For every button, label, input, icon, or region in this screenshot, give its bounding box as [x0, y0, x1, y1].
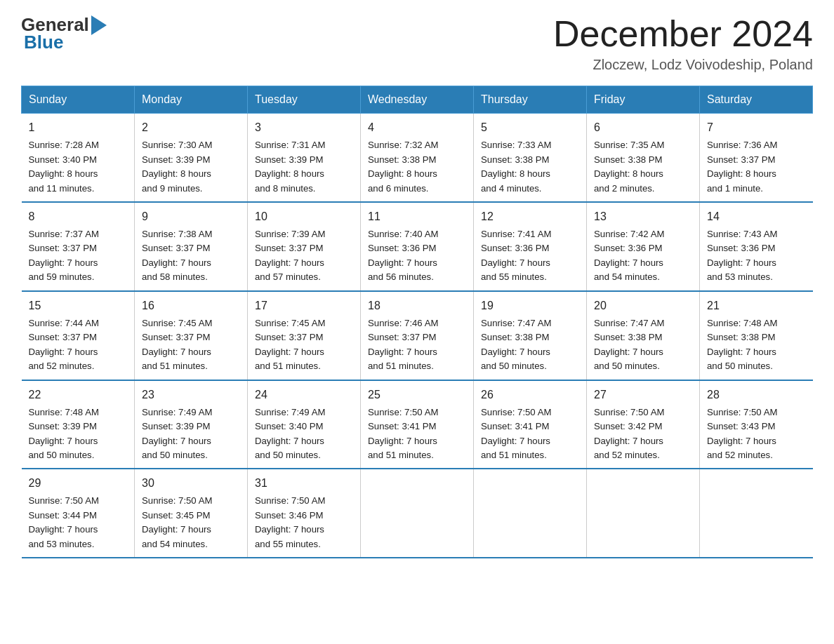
location-subtitle: Zloczew, Lodz Voivodeship, Poland: [553, 57, 813, 73]
col-tuesday: Tuesday: [248, 86, 361, 114]
day-info: Sunrise: 7:33 AM Sunset: 3:38 PM Dayligh…: [481, 138, 579, 196]
day-cell: [474, 469, 587, 558]
day-number: 28: [707, 387, 806, 403]
day-cell: 17Sunrise: 7:45 AM Sunset: 3:37 PM Dayli…: [248, 291, 361, 380]
day-cell: 25Sunrise: 7:50 AM Sunset: 3:41 PM Dayli…: [361, 380, 474, 469]
week-row-5: 29Sunrise: 7:50 AM Sunset: 3:44 PM Dayli…: [22, 469, 813, 558]
day-info: Sunrise: 7:48 AM Sunset: 3:38 PM Dayligh…: [707, 316, 806, 374]
day-cell: 26Sunrise: 7:50 AM Sunset: 3:41 PM Dayli…: [474, 380, 587, 469]
day-number: 25: [368, 387, 466, 403]
day-cell: 3Sunrise: 7:31 AM Sunset: 3:39 PM Daylig…: [248, 114, 361, 202]
day-info: Sunrise: 7:50 AM Sunset: 3:44 PM Dayligh…: [29, 494, 128, 551]
day-info: Sunrise: 7:47 AM Sunset: 3:38 PM Dayligh…: [594, 316, 692, 374]
day-cell: 28Sunrise: 7:50 AM Sunset: 3:43 PM Dayli…: [700, 380, 813, 469]
header-row: Sunday Monday Tuesday Wednesday Thursday…: [22, 86, 813, 114]
day-info: Sunrise: 7:48 AM Sunset: 3:39 PM Dayligh…: [29, 405, 128, 463]
col-saturday: Saturday: [700, 86, 813, 114]
week-row-1: 1Sunrise: 7:28 AM Sunset: 3:40 PM Daylig…: [22, 114, 813, 202]
day-number: 8: [29, 208, 128, 225]
day-cell: 10Sunrise: 7:39 AM Sunset: 3:37 PM Dayli…: [248, 202, 361, 291]
day-cell: 20Sunrise: 7:47 AM Sunset: 3:38 PM Dayli…: [587, 291, 700, 380]
day-number: 23: [142, 387, 240, 403]
day-info: Sunrise: 7:40 AM Sunset: 3:36 PM Dayligh…: [368, 227, 466, 285]
day-cell: 2Sunrise: 7:30 AM Sunset: 3:39 PM Daylig…: [135, 114, 248, 202]
day-cell: 23Sunrise: 7:49 AM Sunset: 3:39 PM Dayli…: [135, 380, 248, 469]
day-info: Sunrise: 7:36 AM Sunset: 3:37 PM Dayligh…: [707, 138, 806, 196]
day-number: 19: [481, 297, 579, 314]
day-number: 3: [255, 119, 353, 136]
day-info: Sunrise: 7:45 AM Sunset: 3:37 PM Dayligh…: [255, 316, 353, 374]
day-number: 21: [707, 297, 806, 314]
day-number: 15: [29, 297, 128, 314]
day-cell: 4Sunrise: 7:32 AM Sunset: 3:38 PM Daylig…: [361, 114, 474, 202]
day-info: Sunrise: 7:50 AM Sunset: 3:41 PM Dayligh…: [481, 405, 579, 463]
day-cell: [587, 469, 700, 558]
day-info: Sunrise: 7:37 AM Sunset: 3:37 PM Dayligh…: [29, 227, 128, 285]
day-info: Sunrise: 7:30 AM Sunset: 3:39 PM Dayligh…: [142, 138, 240, 196]
day-info: Sunrise: 7:42 AM Sunset: 3:36 PM Dayligh…: [594, 227, 692, 285]
day-number: 27: [594, 387, 692, 403]
day-cell: [700, 469, 813, 558]
week-row-4: 22Sunrise: 7:48 AM Sunset: 3:39 PM Dayli…: [22, 380, 813, 469]
day-info: Sunrise: 7:50 AM Sunset: 3:45 PM Dayligh…: [142, 494, 240, 551]
day-number: 9: [142, 208, 240, 225]
day-cell: 22Sunrise: 7:48 AM Sunset: 3:39 PM Dayli…: [22, 380, 135, 469]
col-thursday: Thursday: [474, 86, 587, 114]
day-info: Sunrise: 7:49 AM Sunset: 3:39 PM Dayligh…: [142, 405, 240, 463]
col-wednesday: Wednesday: [361, 86, 474, 114]
calendar-body: 1Sunrise: 7:28 AM Sunset: 3:40 PM Daylig…: [22, 114, 813, 558]
day-cell: 18Sunrise: 7:46 AM Sunset: 3:37 PM Dayli…: [361, 291, 474, 380]
day-info: Sunrise: 7:50 AM Sunset: 3:42 PM Dayligh…: [594, 405, 692, 463]
day-number: 7: [707, 119, 806, 136]
day-info: Sunrise: 7:43 AM Sunset: 3:36 PM Dayligh…: [707, 227, 806, 285]
day-number: 26: [481, 387, 579, 403]
day-number: 29: [29, 475, 128, 492]
day-cell: 27Sunrise: 7:50 AM Sunset: 3:42 PM Dayli…: [587, 380, 700, 469]
day-info: Sunrise: 7:41 AM Sunset: 3:36 PM Dayligh…: [481, 227, 579, 285]
day-number: 12: [481, 208, 579, 225]
day-info: Sunrise: 7:50 AM Sunset: 3:41 PM Dayligh…: [368, 405, 466, 463]
day-cell: 19Sunrise: 7:47 AM Sunset: 3:38 PM Dayli…: [474, 291, 587, 380]
col-friday: Friday: [587, 86, 700, 114]
month-title: December 2024: [553, 14, 813, 54]
day-info: Sunrise: 7:28 AM Sunset: 3:40 PM Dayligh…: [29, 138, 128, 196]
week-row-2: 8Sunrise: 7:37 AM Sunset: 3:37 PM Daylig…: [22, 202, 813, 291]
logo-blue-text: Blue: [24, 32, 107, 53]
day-number: 14: [707, 208, 806, 225]
day-info: Sunrise: 7:50 AM Sunset: 3:46 PM Dayligh…: [255, 494, 353, 551]
day-cell: 6Sunrise: 7:35 AM Sunset: 3:38 PM Daylig…: [587, 114, 700, 202]
day-info: Sunrise: 7:50 AM Sunset: 3:43 PM Dayligh…: [707, 405, 806, 463]
day-number: 18: [368, 297, 466, 314]
day-number: 11: [368, 208, 466, 225]
day-info: Sunrise: 7:46 AM Sunset: 3:37 PM Dayligh…: [368, 316, 466, 374]
day-number: 22: [29, 387, 128, 403]
day-info: Sunrise: 7:39 AM Sunset: 3:37 PM Dayligh…: [255, 227, 353, 285]
day-cell: 8Sunrise: 7:37 AM Sunset: 3:37 PM Daylig…: [22, 202, 135, 291]
day-info: Sunrise: 7:31 AM Sunset: 3:39 PM Dayligh…: [255, 138, 353, 196]
day-number: 20: [594, 297, 692, 314]
day-cell: 12Sunrise: 7:41 AM Sunset: 3:36 PM Dayli…: [474, 202, 587, 291]
day-cell: 29Sunrise: 7:50 AM Sunset: 3:44 PM Dayli…: [22, 469, 135, 558]
day-info: Sunrise: 7:38 AM Sunset: 3:37 PM Dayligh…: [142, 227, 240, 285]
calendar-header: Sunday Monday Tuesday Wednesday Thursday…: [22, 86, 813, 114]
day-cell: 11Sunrise: 7:40 AM Sunset: 3:36 PM Dayli…: [361, 202, 474, 291]
day-info: Sunrise: 7:45 AM Sunset: 3:37 PM Dayligh…: [142, 316, 240, 374]
day-number: 16: [142, 297, 240, 314]
day-cell: 14Sunrise: 7:43 AM Sunset: 3:36 PM Dayli…: [700, 202, 813, 291]
calendar-table: Sunday Monday Tuesday Wednesday Thursday…: [21, 86, 813, 558]
col-sunday: Sunday: [22, 86, 135, 114]
week-row-3: 15Sunrise: 7:44 AM Sunset: 3:37 PM Dayli…: [22, 291, 813, 380]
day-cell: 16Sunrise: 7:45 AM Sunset: 3:37 PM Dayli…: [135, 291, 248, 380]
day-number: 10: [255, 208, 353, 225]
logo: General Blue: [21, 14, 107, 53]
day-cell: 15Sunrise: 7:44 AM Sunset: 3:37 PM Dayli…: [22, 291, 135, 380]
day-number: 1: [29, 119, 128, 136]
day-number: 4: [368, 119, 466, 136]
day-cell: 9Sunrise: 7:38 AM Sunset: 3:37 PM Daylig…: [135, 202, 248, 291]
day-number: 17: [255, 297, 353, 314]
day-number: 24: [255, 387, 353, 403]
day-cell: 7Sunrise: 7:36 AM Sunset: 3:37 PM Daylig…: [700, 114, 813, 202]
page-header: General Blue December 2024 Zloczew, Lodz…: [21, 14, 813, 73]
day-number: 6: [594, 119, 692, 136]
day-number: 31: [255, 475, 353, 492]
